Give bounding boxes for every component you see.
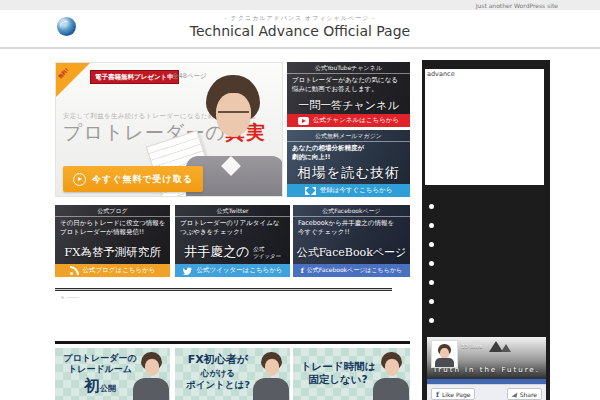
youtube-card-link[interactable]: 公式チャンネルはこちらから [287,114,410,127]
youtube-body-line1: プロトレーダーがあなたの気になる [292,76,398,84]
posts-section-divider [55,341,410,344]
hero-banner[interactable]: 無料! 電子書籍無料プレゼント中 全48ページ 安定して利益を生み続けるトレーダ… [55,62,283,197]
facebook-body-line1: Facebookから井手慶之の情報を [298,219,394,227]
sidebar-list-bullet[interactable] [429,318,434,323]
sidebar-bullet-list [422,190,550,323]
mail-magazine-card[interactable]: 公式無料メールマガジン あなたの相場分析精度が 劇的に向上!! 相場を読む技術 … [287,130,410,197]
free-download-button[interactable]: 今すぐ無料で受け取る [63,166,203,192]
twitter-title-sub: 公式ツイッター [253,246,281,259]
facebook-like-box: 33 likes Truth in the Future. f Like Pag… [427,337,546,400]
post-3-person-suit [373,378,409,400]
mail-card-body: あなたの相場分析精度が 劇的に向上!! [292,144,364,163]
twitter-title-sub1: 公式 [253,246,264,252]
post-2-line3: ポイントとは? [186,379,250,390]
facebook-f-icon: f [301,266,304,275]
facebook-likes-count: 33 likes [461,343,482,349]
mail-card-link[interactable]: 登録は今すぐこちらから [287,184,410,197]
blog-card-title: FX為替予測研究所 [55,245,170,260]
post-1-person-suit [133,378,169,400]
trader-face [216,93,251,137]
facebook-link-label: 公式Facebookページはこちらから [307,266,402,275]
post-2-line2: 心がける [201,368,236,378]
youtube-icon [298,117,309,125]
facebook-action-bar: f Like Page Share [427,384,546,400]
advance-logo-mark-2 [501,344,511,352]
post-3-title: トレード時間は 固定しない? [299,360,377,386]
mail-body-line1: あなたの相場分析精度が [292,144,364,152]
like-page-label: Like Page [442,391,470,398]
fb-avatar-suit [435,358,454,367]
blog-card-body: その日からトレードに役立つ情報を プロトレーダーが情報発信!! [60,219,166,238]
blog-card[interactable]: 公式ブログ その日からトレードに役立つ情報を プロトレーダーが情報発信!! FX… [55,205,170,277]
sidebar-list-bullet[interactable] [429,242,434,247]
mail-card-header: 公式無料メールマガジン [287,130,410,142]
sidebar-widget-box: advance [425,69,544,185]
post-1-line3-big: 初 [84,376,100,395]
page-count-note: 全48ページ [172,72,207,81]
sidebar-list-bullet[interactable] [429,261,434,266]
facebook-profile-photo[interactable] [431,340,458,368]
sidebar-list-bullet[interactable] [429,299,434,304]
post-3-line1: トレード時間は [301,360,375,372]
post-3-person-face [385,359,399,376]
post-card-trade-time[interactable]: トレード時間は 固定しない? [293,348,410,400]
trader-glasses [218,111,249,113]
twitter-title-sub2: ツイッター [253,253,281,259]
twitter-link-label: 公式ツイッターはこちらから [196,266,282,275]
page: Just another WordPress site - テクニカルアドバンス… [0,0,600,400]
youtube-body-line2: 悩みに動画でお答えします。 [292,85,378,93]
twitter-card-link[interactable]: 公式ツイッターはこちらから [175,264,290,277]
twitter-card-body: プロトレーダーのリアルタイムな つぶやきをチェック! [180,219,279,238]
share-arrow-icon [511,391,517,397]
twitter-card-title: 井手慶之の公式ツイッター [175,243,290,261]
post-1-title: プロトレーダーの トレードルーム 初公開 [61,353,139,396]
twitter-bird-icon [182,266,192,275]
youtube-card-title: 一問一答チャンネル [287,98,410,113]
list-item-placeholder[interactable] [67,297,79,298]
post-card-trade-room[interactable]: プロトレーダーの トレードルーム 初公開 [55,348,170,400]
twitter-body-line1: プロトレーダーのリアルタイムな [180,219,279,227]
post-1-line3-small: 公開 [100,384,116,393]
site-subtitle: - テクニカルアドバンス オフィシャルページ - [0,14,600,23]
mail-card-title: 相場を読む技術 [287,164,410,182]
sidebar-list-bullet[interactable] [429,204,434,209]
corner-ribbon [56,63,90,97]
twitter-card-header: 公式Twitter [175,205,290,217]
twitter-title-main: 井手慶之の [184,244,249,259]
ebook-badge: 電子書籍無料プレゼント中 [90,70,179,84]
sidebar-list-bullet[interactable] [429,223,434,228]
post-card-fx-beginner[interactable]: FX初心者が 心がける ポイントとは? [175,348,290,400]
site-header: - テクニカルアドバンス オフィシャルページ - Technical Advan… [0,10,600,49]
facebook-card-title: 公式FaceBookページ [293,245,410,260]
youtube-link-label: 公式チャンネルはこちらから [313,116,399,125]
site-title[interactable]: Technical Advance Official Page [0,23,600,39]
facebook-card[interactable]: 公式Facebookページ Facebookから井手慶之の情報を 今すぐチェック… [293,205,410,277]
hero-title-gray: プロトレーダーの [63,121,226,143]
mail-icon [305,187,316,195]
blog-body-line2: プロトレーダーが情報発信!! [60,228,144,236]
twitter-card[interactable]: 公式Twitter プロトレーダーのリアルタイムな つぶやきをチェック! 井手慶… [175,205,290,277]
free-download-button-label: 今すぐ無料で受け取る [92,173,193,186]
admin-top-strip: Just another WordPress site [0,0,600,10]
mail-body-line2: 劇的に向上!! [292,153,331,161]
blog-card-header: 公式ブログ [55,205,170,217]
sidebar-list-bullet[interactable] [429,280,434,285]
post-1-line1: プロトレーダーの [63,353,136,363]
play-icon [73,173,86,186]
facebook-share-button[interactable]: Share [507,388,542,400]
post-1-line2: トレードルーム [68,364,132,374]
blog-card-link[interactable]: 公式ブログはこちらから [55,264,170,277]
facebook-card-link[interactable]: f 公式Facebookページはこちらから [293,264,410,277]
right-sidebar: advance 33 likes Truth in the Future. f … [422,60,550,400]
sidebar-widget-label: advance [427,70,455,78]
mail-link-label: 登録は今すぐこちらから [320,186,393,195]
facebook-card-body: Facebookから井手慶之の情報を 今すぐチェック!! [298,219,394,238]
facebook-like-page-button[interactable]: f Like Page [431,388,475,400]
blog-link-label: 公式ブログはこちらから [83,266,156,275]
post-2-title: FX初心者が 心がける ポイントとは? [181,353,255,392]
share-label: Share [520,391,537,398]
post-2-line1: FX初心者が [188,353,248,366]
youtube-channel-card[interactable]: 公式YouTubeチャンネル プロトレーダーがあなたの気になる 悩みに動画でお答… [287,62,410,127]
list-bullet-marker[interactable] [61,296,64,299]
post-2-person-face [265,359,279,376]
